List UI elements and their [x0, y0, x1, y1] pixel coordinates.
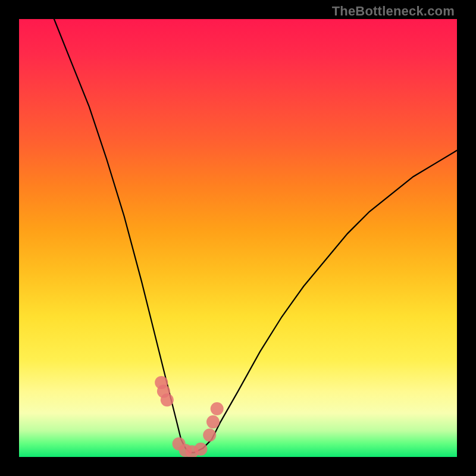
plot-area [19, 19, 457, 457]
highlight-dot [161, 393, 174, 406]
highlight-dot [203, 428, 216, 441]
highlight-dot [211, 402, 224, 415]
watermark-label: TheBottleneck.com [332, 4, 455, 19]
chart-frame: TheBottleneck.com [0, 0, 476, 476]
highlight-dots [155, 376, 224, 457]
bottleneck-curve [54, 19, 457, 453]
highlight-dot [194, 443, 207, 456]
highlight-dot [206, 415, 220, 428]
curve-svg [19, 19, 457, 457]
